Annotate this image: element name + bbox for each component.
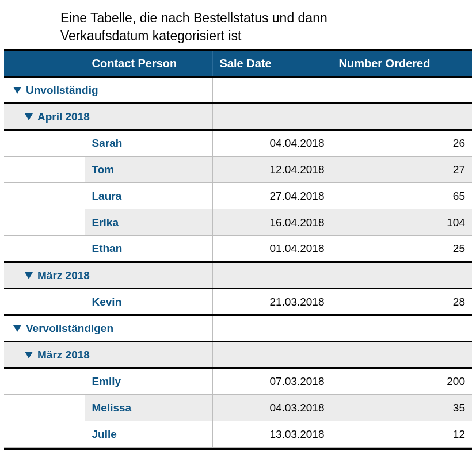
cell-sale-date[interactable]: 21.03.2018	[212, 289, 332, 315]
cell-number-ordered[interactable]: 26	[332, 130, 472, 157]
empty-cell	[212, 77, 332, 104]
indent-cell	[4, 236, 85, 262]
indent-cell	[4, 209, 85, 236]
grouped-table: Contact Person Sale Date Number Ordered …	[4, 49, 472, 450]
cell-sale-date[interactable]: 16.04.2018	[212, 209, 332, 236]
cell-contact-person[interactable]: Tom	[85, 157, 212, 183]
cell-contact-person[interactable]: Julie	[85, 421, 212, 448]
empty-cell	[212, 104, 332, 130]
indent-cell	[4, 421, 85, 448]
group-row-level-2[interactable]: März 2018	[4, 342, 472, 368]
indent-cell	[4, 289, 85, 315]
empty-cell	[212, 262, 332, 289]
indent-cell	[4, 157, 85, 183]
empty-cell	[332, 104, 472, 130]
cell-contact-person[interactable]: Melissa	[85, 395, 212, 421]
cell-number-ordered[interactable]: 12	[332, 421, 472, 448]
column-header-number-ordered[interactable]: Number Ordered	[332, 51, 472, 77]
cell-sale-date[interactable]: 04.03.2018	[212, 395, 332, 421]
cell-number-ordered[interactable]: 28	[332, 289, 472, 315]
empty-cell	[332, 262, 472, 289]
disclosure-triangle-icon[interactable]	[25, 113, 33, 120]
svg-marker-3	[13, 325, 21, 332]
group-label: Vervollständigen	[26, 322, 113, 334]
svg-marker-2	[25, 272, 33, 279]
cell-number-ordered[interactable]: 104	[332, 209, 472, 236]
cell-number-ordered[interactable]: 25	[332, 236, 472, 262]
subgroup-label: April 2018	[37, 110, 90, 123]
cell-contact-person[interactable]: Ethan	[85, 236, 212, 262]
indent-cell	[4, 368, 85, 395]
disclosure-triangle-icon[interactable]	[13, 325, 21, 332]
svg-marker-4	[25, 352, 33, 358]
column-header-contact-person[interactable]: Contact Person	[85, 51, 212, 77]
svg-marker-1	[25, 113, 33, 120]
indent-cell	[4, 130, 85, 157]
caption-text: Eine Tabelle, die nach Bestellstatus und…	[60, 9, 360, 45]
subgroup-label: März 2018	[37, 349, 90, 361]
group-label: Unvollständig	[26, 84, 98, 96]
subgroup-label: März 2018	[37, 269, 90, 281]
column-header-sale-date[interactable]: Sale Date	[212, 51, 332, 77]
cell-number-ordered[interactable]: 200	[332, 368, 472, 395]
disclosure-triangle-icon[interactable]	[25, 352, 33, 358]
svg-marker-0	[13, 87, 21, 94]
group-row-level-2[interactable]: März 2018	[4, 262, 472, 289]
empty-cell	[212, 315, 332, 342]
table-row[interactable]: Julie13.03.201812	[4, 421, 472, 448]
cell-contact-person[interactable]: Sarah	[85, 130, 212, 157]
cell-sale-date[interactable]: 13.03.2018	[212, 421, 332, 448]
table-row[interactable]: Melissa04.03.201835	[4, 395, 472, 421]
empty-cell	[332, 315, 472, 342]
table-row[interactable]: Sarah04.04.201826	[4, 130, 472, 157]
table-row[interactable]: Ethan01.04.201825	[4, 236, 472, 262]
cell-contact-person[interactable]: Erika	[85, 209, 212, 236]
cell-sale-date[interactable]: 07.03.2018	[212, 368, 332, 395]
cell-number-ordered[interactable]: 65	[332, 183, 472, 209]
table-row[interactable]: Emily07.03.2018200	[4, 368, 472, 395]
cell-contact-person[interactable]: Kevin	[85, 289, 212, 315]
cell-contact-person[interactable]: Emily	[85, 368, 212, 395]
cell-sale-date[interactable]: 27.04.2018	[212, 183, 332, 209]
cell-contact-person[interactable]: Laura	[85, 183, 212, 209]
table-row[interactable]: Tom12.04.201827	[4, 157, 472, 183]
group-row-level-1[interactable]: Vervollständigen	[4, 315, 472, 342]
disclosure-triangle-icon[interactable]	[25, 272, 33, 279]
cell-sale-date[interactable]: 04.04.2018	[212, 130, 332, 157]
group-row-level-2[interactable]: April 2018	[4, 104, 472, 130]
table-row[interactable]: Laura27.04.201865	[4, 183, 472, 209]
disclosure-triangle-icon[interactable]	[13, 87, 21, 94]
table-row[interactable]: Kevin21.03.201828	[4, 289, 472, 315]
indent-cell	[4, 183, 85, 209]
cell-sale-date[interactable]: 01.04.2018	[212, 236, 332, 262]
empty-cell	[212, 342, 332, 368]
table-header-row: Contact Person Sale Date Number Ordered	[4, 51, 472, 77]
group-row-level-1[interactable]: Unvollständig	[4, 77, 472, 104]
table-row[interactable]: Erika16.04.2018104	[4, 209, 472, 236]
cell-number-ordered[interactable]: 27	[332, 157, 472, 183]
callout-leader-line	[58, 14, 58, 107]
indent-cell	[4, 395, 85, 421]
empty-cell	[332, 77, 472, 104]
cell-number-ordered[interactable]: 35	[332, 395, 472, 421]
cell-sale-date[interactable]: 12.04.2018	[212, 157, 332, 183]
empty-cell	[332, 342, 472, 368]
column-header-blank[interactable]	[4, 51, 85, 77]
